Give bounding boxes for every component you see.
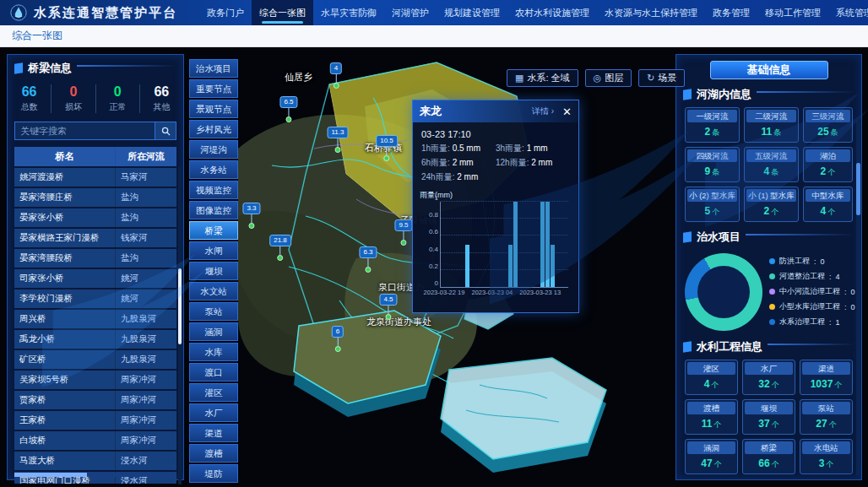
- stat-value: 0: [52, 84, 95, 100]
- table-row[interactable]: 吴家坝5号桥 周家冲河: [14, 371, 176, 389]
- base-info-button[interactable]: 基础信息: [710, 61, 828, 79]
- search-button[interactable]: [155, 122, 176, 140]
- layer-menu-item[interactable]: 渠道: [189, 424, 238, 442]
- close-icon[interactable]: ✕: [562, 106, 572, 117]
- map-control-button[interactable]: ▦ 水系: 全域: [507, 69, 578, 87]
- stat-tile[interactable]: 渠道 1037个: [800, 360, 853, 395]
- bridge-table-body[interactable]: 姚河渡漫桥 马家河 晏家湾腰庄桥 盐沟 晏家张小桥 盐沟: [14, 166, 176, 484]
- stat-tile[interactable]: 水厂 32个: [742, 360, 795, 395]
- x-tick-label: 2023-03-22 19: [424, 289, 465, 296]
- layer-menu-item[interactable]: 治水项目: [189, 59, 238, 78]
- table-row[interactable]: 晏家张小桥 盐沟: [14, 208, 176, 227]
- search-input[interactable]: [14, 122, 155, 140]
- table-row[interactable]: 晏家湾腰段桥 盐沟: [14, 249, 176, 268]
- map-control-label: 场景: [658, 72, 676, 84]
- layer-menu-item[interactable]: 水文站: [189, 282, 238, 300]
- layer-menu-item[interactable]: 水闸: [189, 241, 238, 260]
- station-pin[interactable]: 10.5: [376, 135, 398, 161]
- nav-tab[interactable]: 规划建设管理: [437, 0, 507, 25]
- table-row[interactable]: 晏家横路王家门漫桥 钱家河: [14, 229, 176, 247]
- table-row[interactable]: 李学校门漫桥 姚河: [14, 289, 176, 308]
- layer-menu-item[interactable]: 视频监控: [189, 181, 238, 199]
- nav-tab[interactable]: 农村水利设施管理: [507, 0, 597, 25]
- table-row[interactable]: 马渡大桥 浸水河: [14, 452, 176, 470]
- nav-tab[interactable]: 水旱灾害防御: [313, 0, 384, 25]
- stat-tile[interactable]: 灌区 4个: [685, 360, 738, 395]
- layer-menu-item[interactable]: 乡村风光: [189, 120, 238, 138]
- nav-tab[interactable]: 综合一张图: [252, 0, 313, 25]
- table-row[interactable]: 姚河渡漫桥 马家河: [14, 168, 176, 187]
- station-pin[interactable]: 4.5: [379, 294, 397, 320]
- breadcrumb[interactable]: 综合一张图: [0, 29, 62, 43]
- layer-menu-item[interactable]: 渡槽: [189, 444, 238, 463]
- nav-tab-label: 水旱灾害防御: [321, 7, 377, 19]
- station-value-badge: 11.3: [328, 127, 349, 138]
- panel-scrollbar[interactable]: [856, 121, 860, 475]
- stat-tile[interactable]: 一级河流 2条: [685, 107, 740, 143]
- nav-tab[interactable]: 系统管理: [828, 0, 868, 25]
- scrollbar-thumb[interactable]: [14, 473, 87, 477]
- stat-tile[interactable]: 小 (2) 型水库 5个: [685, 187, 740, 222]
- stat-tile[interactable]: 桥梁 66个: [742, 439, 795, 474]
- layer-menu-item[interactable]: 重要节点: [189, 79, 238, 98]
- layer-menu-item[interactable]: 桥梁: [189, 221, 238, 240]
- nav-tab[interactable]: 政务管理: [705, 0, 757, 25]
- layer-menu-item[interactable]: 泵站: [189, 302, 238, 321]
- layer-menu-item[interactable]: 涵洞: [189, 322, 238, 341]
- stat-value: 66: [140, 84, 183, 100]
- nav-tab-label: 规划建设管理: [444, 7, 500, 19]
- popup-detail-link[interactable]: 详情 ›: [532, 106, 554, 117]
- nav-tab[interactable]: 移动工作管理: [757, 0, 828, 25]
- layer-menu-item[interactable]: 景观节点: [189, 100, 238, 118]
- table-horizontal-scrollbar[interactable]: [14, 473, 176, 477]
- stat-tile[interactable]: 泵站 27个: [800, 399, 853, 435]
- layer-menu-item[interactable]: 堰坝: [189, 262, 238, 280]
- layer-menu-item[interactable]: 河堤沟: [189, 140, 238, 159]
- scrollbar-thumb[interactable]: [856, 163, 860, 215]
- map-control-button[interactable]: ↻ 场景: [638, 69, 685, 87]
- table-row[interactable]: 司家张小桥 姚河: [14, 269, 176, 288]
- stat-tile[interactable]: 渡槽 11个: [685, 399, 738, 435]
- nav-tab[interactable]: 水资源与水土保持管理: [597, 0, 705, 25]
- scrollbar-thumb[interactable]: [178, 268, 182, 344]
- station-pin[interactable]: 6.3: [359, 246, 377, 273]
- stat-tile[interactable]: 湖泊 2个: [803, 147, 853, 182]
- pin-stem: [404, 231, 404, 240]
- stat-tile[interactable]: 堰坝 37个: [742, 399, 795, 435]
- layer-menu-item[interactable]: 水厂: [189, 403, 238, 422]
- nav-tab[interactable]: 河湖管护: [384, 0, 437, 25]
- station-pin[interactable]: 6: [332, 326, 344, 352]
- stat-tile[interactable]: 三级河流 25条: [803, 107, 853, 143]
- table-vertical-scrollbar[interactable]: [178, 167, 182, 484]
- table-row[interactable]: 贾家桥 周家冲河: [14, 391, 176, 409]
- table-row[interactable]: 白坡桥 周家冲河: [14, 431, 176, 450]
- station-pin[interactable]: 6.5: [279, 96, 297, 122]
- station-pin[interactable]: 21.8: [269, 235, 291, 261]
- map-control-button[interactable]: ◎ 图层: [585, 69, 632, 87]
- table-row[interactable]: 晏家湾腰庄桥 盐沟: [14, 188, 176, 207]
- stat-tile[interactable]: 四级河流 9条: [685, 147, 740, 182]
- station-value-badge: 6.5: [279, 96, 297, 108]
- stat-tile[interactable]: 中型水库 4个: [803, 187, 853, 222]
- stat-tile[interactable]: 水电站 3个: [800, 439, 853, 474]
- table-row[interactable]: 王家桥 周家冲河: [14, 411, 176, 430]
- stat-tile[interactable]: 小 (1) 型水库 2个: [744, 187, 799, 222]
- station-pin[interactable]: 9.5: [394, 219, 412, 246]
- nav-tab[interactable]: 政务门户: [199, 0, 252, 25]
- stat-tile[interactable]: 二级河流 11条: [744, 107, 799, 143]
- station-pin[interactable]: 3.3: [242, 203, 260, 229]
- layer-menu-item[interactable]: 水库: [189, 343, 238, 361]
- stat-tile[interactable]: 五级河流 4条: [744, 147, 799, 182]
- table-row[interactable]: 禹龙小桥 九股泉河: [14, 330, 176, 349]
- layer-menu-item[interactable]: 水务站: [189, 160, 238, 179]
- layer-menu-item[interactable]: 堤防: [189, 464, 238, 483]
- layer-menu-label: 泵站: [205, 306, 223, 317]
- table-row[interactable]: 矿区桥 九股泉河: [14, 350, 176, 369]
- layer-menu-item[interactable]: 渡口: [189, 363, 238, 381]
- layer-menu-item[interactable]: 图像监控: [189, 201, 238, 219]
- station-pin[interactable]: 4: [330, 62, 342, 89]
- table-row[interactable]: 周兴桥 九股泉河: [14, 310, 176, 328]
- layer-menu-item[interactable]: 灌区: [189, 383, 238, 402]
- station-pin[interactable]: 11.3: [328, 127, 349, 153]
- stat-tile[interactable]: 涵洞 47个: [685, 439, 738, 474]
